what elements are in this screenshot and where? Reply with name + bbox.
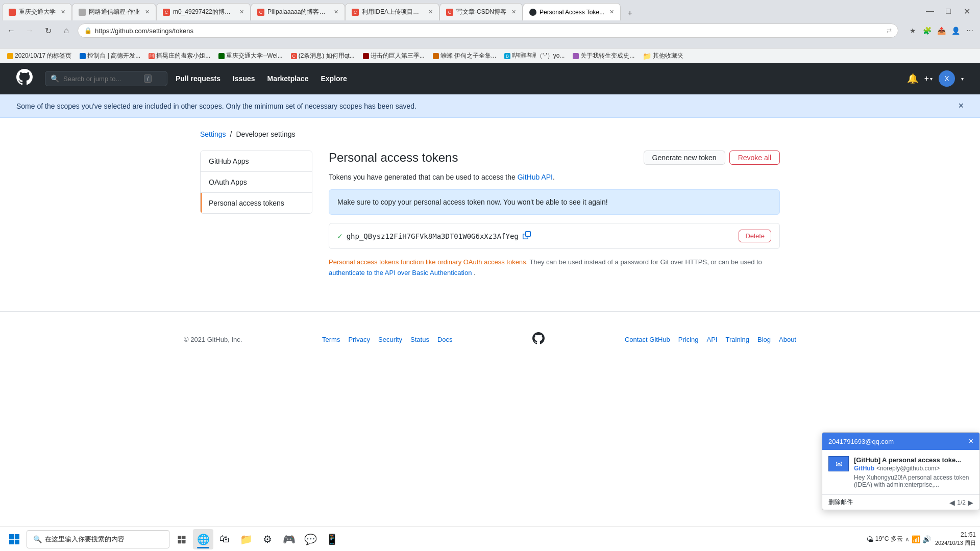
token-copy-button[interactable] [523, 231, 531, 241]
bookmark-titan[interactable]: 进击的巨人第三季... [360, 51, 428, 61]
nav-marketplace[interactable]: Marketplace [267, 74, 309, 83]
systray-icons: 🌤 19°C 多云 ∧ 📶 🔊 [866, 535, 931, 543]
footer-link-docs[interactable]: Docs [437, 336, 453, 343]
tab-close-1[interactable]: ✕ [61, 9, 65, 15]
bookmark-cqjtu[interactable]: 重庆交通大学--Wel... [215, 51, 285, 61]
email-delete-action[interactable]: 删除邮件 [828, 498, 853, 507]
basic-auth-link[interactable]: authenticate to the API over Basic Authe… [329, 269, 472, 277]
nav-pull-requests[interactable]: Pull requests [176, 74, 220, 83]
footer-link-blog[interactable]: Blog [757, 336, 771, 343]
email-popup-close-button[interactable]: × [969, 437, 973, 446]
tab-6[interactable]: C 写文章-CSDN博客 ✕ [439, 3, 523, 20]
bookmark-bilibili[interactable]: B 哔哩哔哩（'-'）yo... [501, 51, 568, 61]
panel-actions: Generate new token Revoke all [644, 151, 780, 165]
delete-token-button[interactable]: Delete [739, 230, 771, 242]
description-text-part1: Tokens you have generated that can be us… [329, 173, 516, 181]
nav-issues[interactable]: Issues [233, 74, 255, 83]
token-check-icon: ✓ [337, 231, 342, 241]
svg-rect-6 [178, 540, 182, 543]
github-logo[interactable] [16, 69, 33, 88]
tab-close-2[interactable]: ✕ [145, 9, 150, 15]
tab-5[interactable]: C 利用IDEA上传项目至... ✕ [345, 3, 439, 20]
bookmark-gaode[interactable]: 控制台 | 高德开发... [77, 51, 143, 61]
back-button[interactable]: ← [4, 23, 18, 38]
taskbar-app1[interactable]: ⚙ [257, 529, 278, 549]
footer-link-api[interactable]: API [707, 336, 718, 343]
refresh-button[interactable]: ↻ [41, 23, 55, 38]
info-text-part2: They can be used instead of a password f… [530, 258, 762, 266]
user-avatar[interactable]: X [939, 70, 955, 87]
footer-link-about[interactable]: About [779, 336, 796, 343]
nav-explore[interactable]: Explore [321, 74, 347, 83]
tab-close-3[interactable]: ✕ [239, 9, 244, 15]
bookmark-qt[interactable]: C (2条消息) 如何用qt... [288, 51, 358, 61]
tab-3[interactable]: C m0_49297422的博客... ✕ [156, 3, 251, 20]
systray-clock[interactable]: 21:51 2024/10/13 周日 [935, 531, 976, 547]
taskbar-file-explorer[interactable]: 📁 [236, 529, 256, 549]
taskbar-app4[interactable]: 📱 [322, 529, 342, 549]
bookmark-others-folder[interactable]: 📁 其他收藏夹 [640, 51, 687, 61]
close-browser-button[interactable]: ✕ [960, 4, 974, 18]
bookmark-yaohuan[interactable]: 阿 摇晃庄的蛊索小姐... [145, 51, 213, 61]
sidebar-item-oauth-apps[interactable]: OAuth Apps [201, 172, 312, 193]
tab-2[interactable]: 网络通信编程-作业 ✕ [72, 3, 156, 20]
star-icon[interactable]: ★ [906, 24, 919, 37]
home-button[interactable]: ⌂ [59, 23, 74, 38]
extension-icon[interactable]: 🧩 [921, 24, 933, 37]
github-search[interactable]: 🔍 / [45, 71, 167, 86]
tab-1[interactable]: 重庆交通大学 ✕ [2, 3, 72, 20]
network-icon[interactable]: 📶 [912, 535, 920, 543]
email-prev-button[interactable]: ◀ [949, 498, 955, 507]
footer-link-security[interactable]: Security [378, 336, 402, 343]
forward-button[interactable]: → [22, 23, 37, 38]
tab-7[interactable]: Personal Access Toke... ✕ [523, 3, 621, 20]
taskbar-app2[interactable]: 🎮 [279, 529, 299, 549]
email-next-button[interactable]: ▶ [968, 498, 973, 507]
taskbar-app3[interactable]: 💬 [300, 529, 321, 549]
breadcrumb-settings-link[interactable]: Settings [200, 130, 226, 138]
menu-icon[interactable]: ⋯ [964, 24, 976, 37]
footer-link-training[interactable]: Training [725, 336, 749, 343]
taskbar-task-view[interactable] [172, 529, 192, 549]
notifications-button[interactable]: 🔔 [907, 73, 918, 84]
tab-4[interactable]: C Pilipalaaaaa的博客_C... ✕ [251, 3, 345, 20]
taskbar-edge-browser[interactable]: 🌐 [193, 529, 213, 549]
tab-close-7[interactable]: ✕ [609, 9, 614, 15]
tab-close-4[interactable]: ✕ [334, 9, 338, 15]
taskbar-systray: 🌤 19°C 多云 ∧ 📶 🔊 21:51 2024/10/13 周日 [866, 531, 976, 547]
generate-new-token-button[interactable]: Generate new token [644, 151, 725, 165]
weather-icon: 🌤 [866, 535, 873, 543]
alert-close-button[interactable]: × [958, 101, 964, 111]
maximize-button[interactable]: □ [941, 4, 955, 18]
search-input[interactable] [63, 75, 140, 83]
start-button[interactable] [4, 529, 24, 549]
address-bar[interactable]: 🔒 https://github.com/settings/tokens ⇄ [78, 23, 898, 38]
revoke-all-button[interactable]: Revoke all [729, 151, 780, 165]
bookmark-favicon-qt: C [291, 53, 297, 59]
sidebar-item-personal-access-tokens[interactable]: Personal access tokens [201, 193, 312, 213]
github-api-link[interactable]: GitHub API [518, 173, 553, 181]
volume-icon[interactable]: 🔊 [922, 535, 931, 543]
footer-link-pricing[interactable]: Pricing [678, 336, 699, 343]
create-new-button[interactable]: + ▾ [924, 74, 933, 83]
email-subject: [GitHub] A personal access toke... [854, 456, 973, 464]
taskbar-store[interactable]: 🛍 [214, 529, 235, 549]
footer-link-status[interactable]: Status [410, 336, 429, 343]
tab-close-5[interactable]: ✕ [428, 9, 433, 15]
share-icon[interactable]: 📤 [935, 24, 947, 37]
bookmark-reincarnation[interactable]: 关于我转生变成史... [570, 51, 638, 61]
taskbar-search-bar[interactable]: 🔍 在这里输入你要搜索的内容 [27, 530, 169, 548]
new-tab-button[interactable]: + [623, 6, 637, 20]
bookmark-labels-folder[interactable]: 2020/10/17 的标签页 [4, 51, 75, 61]
footer-link-privacy[interactable]: Privacy [348, 336, 370, 343]
expand-systray-icon[interactable]: ∧ [905, 536, 910, 543]
tab-close-6[interactable]: ✕ [511, 9, 516, 15]
bookmark-eden[interactable]: 雏蜂 伊甸之子全集... [430, 51, 499, 61]
minimize-button[interactable]: — [923, 4, 937, 18]
sidebar-item-github-apps[interactable]: GitHub Apps [201, 151, 312, 172]
bookmark-label-others: 其他收藏夹 [653, 52, 683, 60]
footer-link-contact[interactable]: Contact GitHub [625, 336, 670, 343]
github-nav: Pull requests Issues Marketplace Explore [176, 74, 347, 83]
profile-icon[interactable]: 👤 [949, 24, 962, 37]
footer-link-terms[interactable]: Terms [322, 336, 340, 343]
